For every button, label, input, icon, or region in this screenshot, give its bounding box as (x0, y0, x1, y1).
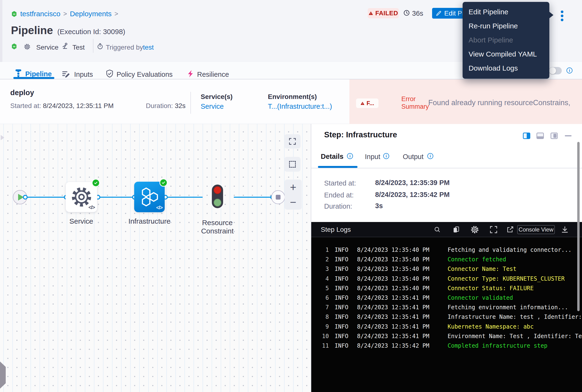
meta-divider (93, 39, 93, 53)
service-step-node[interactable]: </> (65, 182, 97, 212)
step-logs-console[interactable]: Step Logs Console View 1INFO8/24/2023 12… (311, 222, 582, 392)
info-icon[interactable] (567, 68, 573, 74)
log-line: 9INFO8/24/2023 12:35:41 PMKubernetes Nam… (311, 322, 582, 332)
failed-mini-badge-label: F... (367, 100, 374, 106)
layout-right-panel-button[interactable] (551, 132, 558, 139)
search-icon[interactable] (434, 226, 441, 233)
success-check-icon (92, 179, 100, 187)
menu-item-download-logs[interactable]: Download Logs (463, 61, 549, 75)
info-icon[interactable] (383, 153, 389, 159)
graph-edge (234, 197, 271, 198)
environment-link[interactable]: T...(Infrastructure:t...) (268, 102, 332, 110)
menu-item-rerun-pipeline[interactable]: Re-run Pipeline (463, 19, 549, 33)
copy-icon[interactable] (452, 226, 460, 234)
log-line: 5INFO8/24/2023 12:35:40 PMConnector Stat… (311, 284, 582, 293)
stage-duration: Duration: 32s (146, 102, 186, 110)
log-line: 6INFO8/24/2023 12:35:41 PMConnector vali… (311, 293, 582, 302)
field-value: 8/24/2023, 12:35:39 PM (375, 179, 450, 187)
step-logs-header: Step Logs Console View (311, 222, 582, 237)
fullscreen-icon[interactable] (490, 226, 498, 234)
marquee-select-button[interactable] (284, 157, 301, 172)
download-icon[interactable] (561, 226, 569, 234)
elapsed-time: 36s (412, 10, 423, 18)
policy-shield-icon (105, 69, 114, 78)
marquee-icon (289, 161, 296, 168)
panel-divider (311, 168, 582, 168)
triggered-by-user-link[interactable]: test (143, 44, 154, 51)
svg-text:∞: ∞ (13, 44, 15, 48)
svg-text:∞: ∞ (13, 12, 15, 16)
harness-logo-icon: ∞ (11, 11, 17, 17)
tab-inputs[interactable]: Inputs (74, 70, 93, 78)
gear-icon[interactable] (471, 225, 479, 234)
panel-scrollbar[interactable] (577, 142, 580, 311)
layout-horizontal-split-button[interactable] (537, 132, 544, 139)
menu-item-abort-pipeline: Abort Pipeline (463, 33, 549, 47)
warning-triangle-icon (360, 101, 365, 106)
step-panel-title: Step: Infrastructure (324, 130, 397, 139)
menu-item-view-compiled-yaml[interactable]: View Compiled YAML (463, 47, 549, 61)
tab-input[interactable]: Input (365, 153, 380, 161)
infrastructure-node-label: Infrastructure (126, 217, 173, 225)
code-glyph: </> (156, 204, 162, 211)
tab-resilience[interactable]: Resilience (197, 70, 229, 78)
success-check-icon (159, 178, 167, 187)
zoom-out-button[interactable]: − (285, 194, 302, 210)
graph-edge (98, 197, 134, 198)
infrastructure-step-node[interactable]: </> (134, 182, 165, 212)
tab-details[interactable]: Details (321, 152, 343, 160)
field-label: Duration: (324, 202, 352, 210)
graph-end-node[interactable] (271, 190, 285, 204)
info-icon[interactable] (347, 153, 353, 159)
error-summary-message[interactable]: Found already running resourceConstrains… (428, 98, 573, 107)
stage-name[interactable]: deploy (10, 88, 34, 97)
meta-stage-label: Test (72, 44, 85, 51)
status-badge-label: FAILED (375, 10, 398, 17)
hexagons-icon (139, 186, 160, 208)
view-toggle-switch[interactable] (549, 67, 562, 74)
breadcrumb: ∞ testfrancisco > Deployments > (11, 10, 118, 18)
fit-to-screen-button[interactable] (284, 134, 301, 148)
tab-policy-evaluations[interactable]: Policy Evaluations (116, 70, 172, 78)
inputs-tab-icon (62, 70, 70, 78)
menu-item-edit-pipeline[interactable]: Edit Pipeline (463, 5, 549, 19)
expand-left-panel-handle[interactable] (0, 362, 6, 389)
resource-constraint-node[interactable] (212, 184, 223, 208)
graph-edge (165, 197, 203, 198)
pipeline-tab-icon (14, 69, 23, 78)
stage-type-icon (61, 42, 69, 50)
meta-service-label: Service (36, 44, 58, 51)
zoom-controls: + − (285, 180, 302, 210)
more-options-button[interactable] (560, 10, 564, 22)
log-line: 7INFO8/24/2023 12:35:41 PMFetching envir… (311, 302, 582, 312)
zoom-in-button[interactable]: + (285, 180, 302, 194)
console-view-button[interactable]: Console View (517, 225, 555, 234)
clock-icon (403, 10, 410, 16)
log-line: 8INFO8/24/2023 12:35:41 PMInfrastructure… (311, 312, 582, 322)
graph-edge (25, 197, 66, 198)
services-label: Service(s) (201, 93, 233, 100)
service-link[interactable]: Service (201, 102, 224, 110)
resource-constraint-label: Resource Constraint (193, 218, 241, 235)
breadcrumb-deployments-link[interactable]: Deployments (70, 10, 111, 18)
minimize-panel-button[interactable] (565, 135, 572, 136)
traffic-light-green (214, 198, 221, 206)
info-icon[interactable] (427, 153, 433, 159)
log-line: 10INFO8/24/2023 12:35:41 PMEnvironment N… (311, 332, 582, 341)
edge-connector-dot (23, 195, 28, 200)
pipeline-context-menu: Edit Pipeline Re-run Pipeline Abort Pipe… (463, 2, 549, 79)
open-in-new-icon[interactable] (506, 226, 514, 234)
tab-output[interactable]: Output (403, 153, 424, 161)
log-line: 1INFO8/24/2023 12:35:40 PMFetching and v… (311, 245, 582, 255)
log-line: 11INFO8/24/2023 12:35:42 PMCompleted inf… (311, 341, 582, 350)
traffic-light-red (214, 186, 221, 194)
status-badge: FAILED (368, 8, 399, 18)
field-value: 3s (375, 202, 383, 210)
pipeline-graph-canvas[interactable]: </> Service </> Infrastructure Resource … (0, 124, 311, 392)
layout-vertical-split-button[interactable] (523, 132, 530, 139)
execution-id: (Execution Id: 30098) (57, 28, 125, 36)
page-title: Pipeline (11, 24, 53, 37)
error-summary-label: Error Summary (401, 95, 429, 110)
breadcrumb-project-link[interactable]: testfrancisco (20, 10, 60, 18)
warning-triangle-icon (368, 11, 373, 16)
